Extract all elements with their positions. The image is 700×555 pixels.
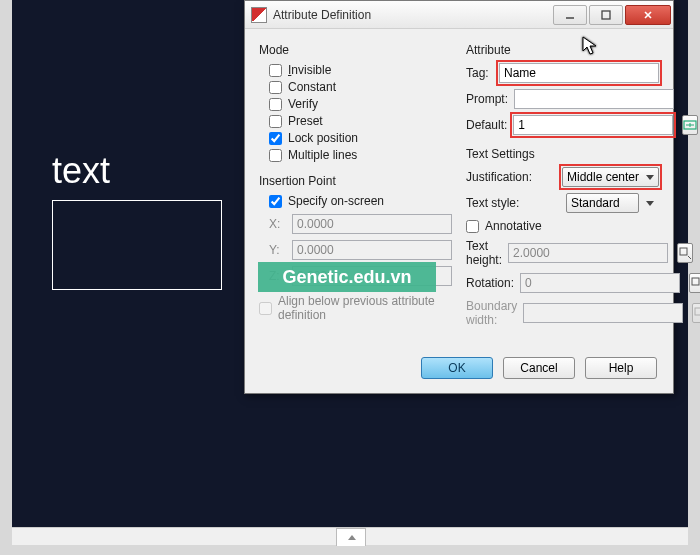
attribute-definition-dialog: Attribute Definition Mode IInvisiblenvis…: [244, 0, 674, 394]
align-below-checkbox: [259, 302, 272, 315]
prompt-label: Prompt:: [466, 92, 508, 106]
constant-checkbox[interactable]: [269, 81, 282, 94]
layout-tab-handle[interactable]: [336, 528, 366, 546]
boundary-input: [523, 303, 683, 323]
text-style-select[interactable]: Standard: [566, 193, 639, 213]
preset-label: Preset: [288, 114, 323, 128]
app-icon: [251, 7, 267, 23]
text-height-label: Text height:: [466, 239, 502, 267]
ok-button[interactable]: OK: [421, 357, 493, 379]
z-label: Z:: [269, 269, 286, 283]
close-button[interactable]: [625, 5, 671, 25]
canvas-text: text: [52, 150, 110, 192]
constant-label: Constant: [288, 80, 336, 94]
dialog-buttons: OK Cancel Help: [245, 347, 673, 393]
tag-input[interactable]: [499, 63, 659, 83]
default-input[interactable]: [513, 115, 673, 135]
x-label: X:: [269, 217, 286, 231]
y-input: [292, 240, 452, 260]
maximize-button[interactable]: [589, 5, 623, 25]
annotative-checkbox[interactable]: [466, 220, 479, 233]
pick-boundary-button: [692, 303, 700, 323]
boundary-label: Boundary width:: [466, 299, 517, 327]
attribute-section-label: Attribute: [466, 43, 659, 57]
svg-rect-6: [692, 278, 699, 285]
pick-height-button[interactable]: [677, 243, 693, 263]
canvas-rectangle: [52, 200, 222, 290]
invisible-label: IInvisiblenvisible: [288, 63, 331, 77]
lock-position-checkbox[interactable]: [269, 132, 282, 145]
tag-label: Tag:: [466, 66, 493, 80]
multiple-lines-checkbox[interactable]: [269, 149, 282, 162]
verify-checkbox[interactable]: [269, 98, 282, 111]
z-input: [292, 266, 452, 286]
specify-onscreen-label: Specify on-screen: [288, 194, 384, 208]
justification-label: Justification:: [466, 170, 556, 184]
insertion-section-label: Insertion Point: [259, 174, 452, 188]
justification-select[interactable]: Middle center: [562, 167, 659, 187]
svg-rect-7: [695, 308, 700, 315]
align-below-label: Align below previous attribute definitio…: [278, 294, 452, 322]
multiple-lines-label: Multiple lines: [288, 148, 357, 162]
lock-position-label: Lock position: [288, 131, 358, 145]
text-height-input[interactable]: [508, 243, 668, 263]
verify-label: Verify: [288, 97, 318, 111]
default-label: Default:: [466, 118, 507, 132]
text-style-label: Text style:: [466, 196, 560, 210]
status-bar: [12, 527, 688, 545]
pick-rotation-button[interactable]: [689, 273, 700, 293]
y-label: Y:: [269, 243, 286, 257]
titlebar[interactable]: Attribute Definition: [245, 1, 673, 29]
annotative-label: Annotative: [485, 219, 542, 233]
cancel-button[interactable]: Cancel: [503, 357, 575, 379]
right-column: Attribute Tag: Prompt: Default: Text Set…: [466, 39, 659, 333]
prompt-input[interactable]: [514, 89, 674, 109]
specify-onscreen-checkbox[interactable]: [269, 195, 282, 208]
svg-rect-5: [680, 248, 687, 255]
help-button[interactable]: Help: [585, 357, 657, 379]
left-column: Mode IInvisiblenvisible Constant Verify …: [259, 39, 452, 333]
svg-rect-1: [602, 11, 610, 19]
dialog-title: Attribute Definition: [273, 8, 551, 22]
invisible-checkbox[interactable]: [269, 64, 282, 77]
insert-field-button[interactable]: [682, 115, 698, 135]
preset-checkbox[interactable]: [269, 115, 282, 128]
x-input: [292, 214, 452, 234]
rotation-input[interactable]: [520, 273, 680, 293]
rotation-label: Rotation:: [466, 276, 514, 290]
minimize-button[interactable]: [553, 5, 587, 25]
mode-section-label: Mode: [259, 43, 452, 57]
text-settings-section-label: Text Settings: [466, 147, 659, 161]
